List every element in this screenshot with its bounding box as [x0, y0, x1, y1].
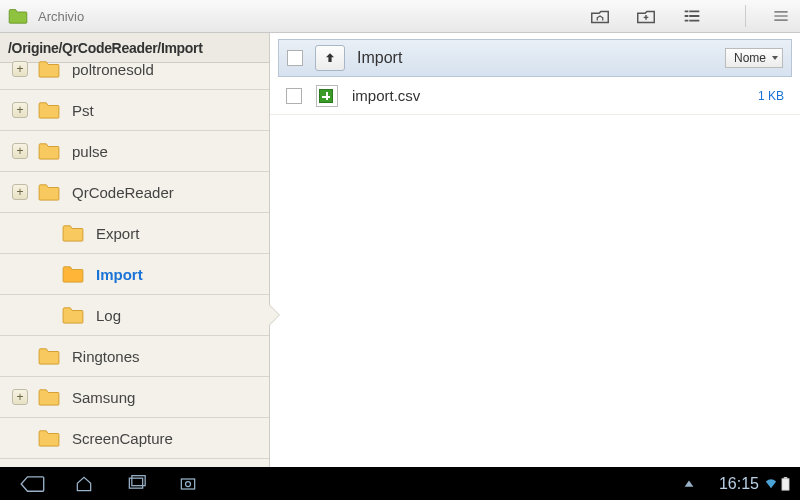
svg-point-3	[186, 481, 191, 486]
tree-node[interactable]: Export	[0, 213, 269, 253]
folder-tree: +poltronesold+Pst+pulse+QrCodeReaderExpo…	[0, 49, 269, 467]
expand-placeholder	[12, 348, 28, 364]
content-header: Import Nome	[278, 39, 792, 77]
tree-node-label: Ringtones	[72, 348, 140, 365]
up-folder-button[interactable]	[315, 45, 345, 71]
spreadsheet-file-icon	[316, 85, 338, 107]
file-size: 1 KB	[758, 89, 784, 103]
expand-toggle[interactable]: +	[12, 389, 28, 405]
folder-icon	[62, 265, 84, 283]
wifi-icon	[765, 478, 777, 490]
svg-rect-4	[782, 478, 789, 489]
app-folder-icon	[8, 8, 28, 24]
main-area: /Origine/QrCodeReader/Import +poltroneso…	[0, 33, 800, 467]
expand-placeholder	[36, 266, 52, 282]
tree-node[interactable]: Import	[0, 254, 269, 294]
file-row[interactable]: import.csv1 KB	[270, 77, 800, 115]
folder-icon	[38, 388, 60, 406]
tree-node[interactable]: +pulse	[0, 131, 269, 171]
app-titlebar: Archivio	[0, 0, 800, 33]
file-checkbox[interactable]	[286, 88, 302, 104]
svg-rect-2	[181, 479, 194, 489]
tree-node-label: QrCodeReader	[72, 184, 174, 201]
home-button[interactable]	[62, 472, 106, 496]
select-all-checkbox[interactable]	[287, 50, 303, 66]
expand-toggle[interactable]: +	[12, 61, 28, 77]
file-name: import.csv	[352, 87, 744, 104]
tree-node[interactable]: +poltronesold	[0, 49, 269, 89]
tree-node-label: Export	[96, 225, 139, 242]
toolbar-separator	[745, 5, 746, 27]
folder-icon	[38, 347, 60, 365]
home-folder-button[interactable]	[589, 5, 611, 27]
notification-up-icon[interactable]	[667, 472, 711, 496]
tree-node-label: Pst	[72, 102, 94, 119]
android-navbar: 16:15	[0, 467, 800, 500]
tree-node[interactable]: Log	[0, 295, 269, 335]
svg-rect-5	[784, 477, 788, 479]
back-button[interactable]	[10, 472, 54, 496]
content-pane: Import Nome import.csv1 KB	[270, 33, 800, 467]
tree-node[interactable]: +Pst	[0, 90, 269, 130]
recents-button[interactable]	[114, 472, 158, 496]
expand-toggle[interactable]: +	[12, 143, 28, 159]
expand-placeholder	[12, 430, 28, 446]
menu-button[interactable]	[770, 5, 792, 27]
tree-node[interactable]: ScreenCapture	[0, 418, 269, 458]
screenshot-button[interactable]	[166, 472, 210, 496]
folder-icon	[38, 183, 60, 201]
list-view-button[interactable]	[681, 5, 703, 27]
folder-icon	[38, 101, 60, 119]
expand-placeholder	[36, 225, 52, 241]
tree-node-label: Import	[96, 266, 143, 283]
battery-icon	[781, 477, 790, 491]
tree-node-label: ScreenCapture	[72, 430, 173, 447]
folder-icon	[62, 306, 84, 324]
toolbar-actions	[589, 5, 792, 27]
new-folder-button[interactable]	[635, 5, 657, 27]
folder-icon	[62, 224, 84, 242]
file-list: import.csv1 KB	[270, 77, 800, 115]
folder-icon	[38, 429, 60, 447]
folder-icon	[38, 60, 60, 78]
tree-node-label: poltronesold	[72, 61, 154, 78]
expand-toggle[interactable]: +	[12, 102, 28, 118]
expand-toggle[interactable]: +	[12, 184, 28, 200]
tree-node-label: pulse	[72, 143, 108, 160]
status-icons	[765, 477, 790, 491]
expand-placeholder	[36, 307, 52, 323]
tree-node[interactable]: +QrCodeReader	[0, 172, 269, 212]
sidebar: /Origine/QrCodeReader/Import +poltroneso…	[0, 33, 270, 467]
folder-icon	[38, 142, 60, 160]
tree-node-label: Samsung	[72, 389, 135, 406]
app-title: Archivio	[38, 9, 589, 24]
current-folder-name: Import	[357, 49, 713, 67]
tree-node[interactable]: Ringtones	[0, 336, 269, 376]
tree-node[interactable]: +Samsung	[0, 377, 269, 417]
tree-node-label: Log	[96, 307, 121, 324]
sort-dropdown[interactable]: Nome	[725, 48, 783, 68]
clock: 16:15	[719, 475, 759, 493]
tree-divider	[0, 458, 269, 459]
